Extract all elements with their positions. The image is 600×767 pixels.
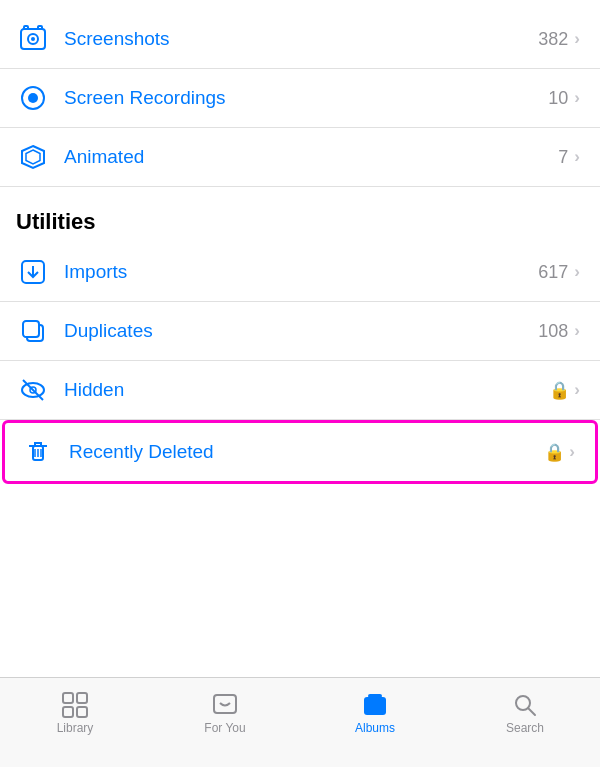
- svg-rect-23: [77, 707, 87, 717]
- hidden-lock-icon: 🔒: [549, 380, 570, 401]
- library-tab-label: Library: [57, 721, 94, 735]
- hidden-icon: [16, 373, 50, 407]
- animated-chevron: ›: [574, 147, 580, 167]
- duplicates-icon: [16, 314, 50, 348]
- search-tab-label: Search: [506, 721, 544, 735]
- tab-albums[interactable]: Albums: [300, 688, 450, 739]
- screenshots-count: 382: [538, 29, 568, 50]
- library-tab-icon: [60, 692, 90, 718]
- svg-point-6: [28, 93, 38, 103]
- list-item-animated[interactable]: Animated 7 ›: [0, 128, 600, 187]
- list-item-hidden[interactable]: Hidden 🔒 ›: [0, 361, 600, 420]
- utilities-header-text: Utilities: [16, 209, 95, 234]
- list-item-recently-deleted[interactable]: Recently Deleted 🔒 ›: [2, 420, 598, 484]
- animated-label: Animated: [64, 146, 558, 168]
- recently-deleted-icon: [21, 435, 55, 469]
- imports-icon: [16, 255, 50, 289]
- screenshots-chevron: ›: [574, 29, 580, 49]
- screen-recordings-count: 10: [548, 88, 568, 109]
- svg-rect-25: [364, 697, 386, 715]
- hidden-chevron: ›: [574, 380, 580, 400]
- tab-for-you[interactable]: For You: [150, 688, 300, 739]
- for-you-tab-icon: [210, 692, 240, 718]
- svg-point-4: [31, 37, 35, 41]
- svg-rect-12: [23, 321, 39, 337]
- search-tab-icon: [510, 692, 540, 718]
- albums-tab-label: Albums: [355, 721, 395, 735]
- imports-count: 617: [538, 262, 568, 283]
- svg-marker-8: [26, 150, 40, 164]
- recently-deleted-lock-icon: 🔒: [544, 442, 565, 463]
- tab-library[interactable]: Library: [0, 688, 150, 739]
- recently-deleted-label: Recently Deleted: [69, 441, 544, 463]
- duplicates-count: 108: [538, 321, 568, 342]
- tab-bar: Library For You Albums Search: [0, 677, 600, 767]
- imports-chevron: ›: [574, 262, 580, 282]
- screen-recordings-icon: [16, 81, 50, 115]
- imports-label: Imports: [64, 261, 538, 283]
- albums-tab-icon: [360, 692, 390, 718]
- list-item-duplicates[interactable]: Duplicates 108 ›: [0, 302, 600, 361]
- recently-deleted-chevron: ›: [569, 442, 575, 462]
- list-item-screenshots[interactable]: Screenshots 382 ›: [0, 10, 600, 69]
- animated-icon: [16, 140, 50, 174]
- svg-rect-26: [368, 694, 382, 698]
- svg-line-28: [528, 708, 535, 715]
- screen-recordings-chevron: ›: [574, 88, 580, 108]
- svg-rect-22: [63, 707, 73, 717]
- svg-rect-2: [38, 26, 42, 29]
- list-item-imports[interactable]: Imports 617 ›: [0, 243, 600, 302]
- hidden-label: Hidden: [64, 379, 549, 401]
- screen-recordings-label: Screen Recordings: [64, 87, 548, 109]
- screenshots-icon: [16, 22, 50, 56]
- duplicates-chevron: ›: [574, 321, 580, 341]
- svg-rect-24: [214, 695, 236, 713]
- svg-rect-20: [63, 693, 73, 703]
- svg-rect-1: [24, 26, 28, 29]
- for-you-tab-label: For You: [204, 721, 245, 735]
- screenshots-label: Screenshots: [64, 28, 538, 50]
- svg-rect-21: [77, 693, 87, 703]
- animated-count: 7: [558, 147, 568, 168]
- duplicates-label: Duplicates: [64, 320, 538, 342]
- tab-search[interactable]: Search: [450, 688, 600, 739]
- list-item-screen-recordings[interactable]: Screen Recordings 10 ›: [0, 69, 600, 128]
- utilities-section-header: Utilities: [0, 187, 600, 243]
